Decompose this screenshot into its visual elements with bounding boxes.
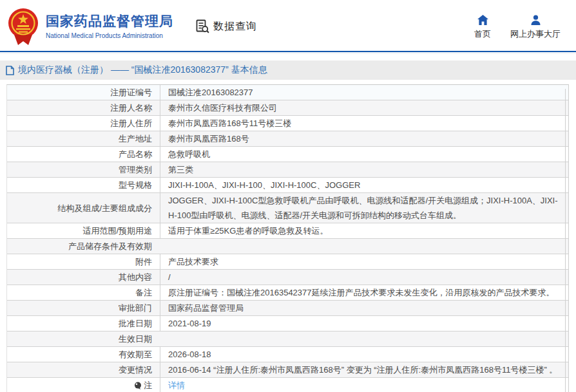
row-value — [160, 331, 568, 346]
data-query-label: 数据查询 — [213, 20, 257, 33]
home-icon — [477, 15, 488, 25]
registration-table-wrap: 注册证编号国械注准20163082377注册人名称泰州市久信医疗科技有限公司注册… — [0, 84, 576, 392]
row-value: 2021-08-19 — [160, 316, 568, 331]
row-label: 生产地址 — [7, 131, 160, 146]
row-value: JIXI-H-100A、JIXI-H-100、JIXI-H-100C、JOGGE… — [160, 178, 568, 192]
row-label: 审批部门 — [7, 301, 160, 315]
row-label: 注册证编号 — [7, 85, 160, 100]
breadcrumb: 境内医疗器械（注册） —— “国械注准20163082377” 基本信息 — [0, 61, 576, 80]
row-value: 国家药品监督管理局 — [160, 301, 568, 315]
org-title-block: 国家药品监督管理局 National Medical Products Admi… — [46, 12, 173, 39]
details-link[interactable]: 详情 — [168, 380, 185, 390]
table-row: 备注原注册证编号：国械注准20163542377延续注册产品技术要求未发生变化，… — [7, 285, 568, 301]
row-label: 注册人住所 — [7, 116, 160, 131]
row-value: 泰州市凤凰西路168号11号楼三楼 — [160, 116, 568, 131]
row-label: 结构及组成/主要组成成分 — [7, 193, 160, 223]
row-label: 变更情况 — [7, 362, 160, 377]
row-value: 适用于体重≥25KG患者的呼吸急救及转运。 — [160, 223, 568, 238]
row-label: 管理类别 — [7, 162, 160, 177]
table-row: 管理类别第三类 — [7, 162, 568, 178]
row-value: 2016-06-14 “注册人住所:泰州市凤凰西路168号” 变更为 “注册人住… — [160, 362, 568, 377]
table-row: 生效日期 — [7, 331, 568, 347]
document-icon — [6, 66, 14, 75]
data-query-section[interactable]: 数据查询 — [195, 19, 257, 34]
row-label: 产品名称 — [7, 147, 160, 162]
row-label: 其他内容 — [7, 270, 160, 285]
table-row: 有效期至2026-08-18 — [7, 347, 568, 362]
row-value: 泰州市久信医疗科技有限公司 — [160, 100, 568, 115]
row-value: 第三类 — [160, 162, 568, 177]
row-label: 注册人名称 — [7, 100, 160, 115]
table-row: 注册人名称泰州市久信医疗科技有限公司 — [7, 100, 568, 116]
row-label: 注 — [7, 378, 160, 392]
org-name-en: National Medical Products Administration — [46, 32, 173, 39]
row-label: 适用范围/预期用途 — [7, 223, 160, 238]
table-row: 附件产品技术要求 — [7, 254, 568, 270]
row-value: 产品技术要求 — [160, 254, 568, 269]
national-emblem-logo — [8, 6, 39, 46]
table-row: 产品储存条件及有效期 — [7, 239, 568, 254]
row-value — [160, 239, 568, 254]
row-label: 附件 — [7, 254, 160, 269]
nav-home-label: 首页 — [474, 28, 491, 40]
row-label: 批准日期 — [7, 316, 160, 331]
right-rule — [565, 89, 566, 392]
table-row: 产品名称急救呼吸机 — [7, 147, 568, 162]
data-query-icon — [195, 19, 210, 34]
page-header: 国家药品监督管理局 National Medical Products Admi… — [0, 0, 576, 51]
breadcrumb-text: 境内医疗器械（注册） —— “国械注准20163082377” 基本信息 — [18, 64, 267, 76]
row-value: 泰州市凤凰西路168号 — [160, 131, 568, 146]
row-value: 国械注准20163082377 — [160, 85, 568, 100]
row-label: 备注 — [7, 285, 160, 300]
row-value: 急救呼吸机 — [160, 147, 568, 162]
table-row: 其他内容/ — [7, 270, 568, 285]
nav-service-hall-label: 网上办事大厅 — [510, 28, 561, 40]
registration-table: 注册证编号国械注准20163082377注册人名称泰州市久信医疗科技有限公司注册… — [6, 84, 569, 392]
table-row: 批准日期2021-08-19 — [7, 316, 568, 331]
table-row: 注册证编号国械注准20163082377 — [7, 85, 568, 100]
table-row: 注册人住所泰州市凤凰西路168号11号楼三楼 — [7, 116, 568, 131]
row-value: 原注册证编号：国械注准20163542377延续注册产品技术要求未发生变化，沿用… — [160, 285, 568, 300]
row-label: 型号规格 — [7, 178, 160, 192]
table-row: 审批部门国家药品监督管理局 — [7, 301, 568, 316]
header-nav: 首页 网上办事大厅 — [474, 15, 561, 40]
row-value: 2026-08-18 — [160, 347, 568, 362]
table-row: 注详情 — [7, 378, 568, 392]
row-value: / — [160, 270, 568, 285]
nav-home[interactable]: 首页 — [474, 15, 491, 40]
header-divider-shadow — [0, 52, 576, 54]
table-row: 型号规格JIXI-H-100A、JIXI-H-100、JIXI-H-100C、J… — [7, 178, 568, 193]
row-value: JOGGER、JIXI-H-100C型急救呼吸机产品由呼吸机、电源线和适配器/开… — [160, 193, 568, 223]
table-row: 变更情况2016-06-14 “注册人住所:泰州市凤凰西路168号” 变更为 “… — [7, 362, 568, 378]
user-icon — [530, 15, 541, 25]
org-name-zh: 国家药品监督管理局 — [46, 12, 173, 30]
row-label: 生效日期 — [7, 331, 160, 346]
row-value: 详情 — [160, 378, 568, 392]
table-row: 结构及组成/主要组成成分JOGGER、JIXI-H-100C型急救呼吸机产品由呼… — [7, 193, 568, 223]
row-label: 有效期至 — [7, 347, 160, 362]
table-row: 生产地址泰州市凤凰西路168号 — [7, 131, 568, 147]
nav-service-hall[interactable]: 网上办事大厅 — [510, 15, 561, 40]
table-row: 适用范围/预期用途适用于体重≥25KG患者的呼吸急救及转运。 — [7, 223, 568, 239]
row-label: 产品储存条件及有效期 — [7, 239, 160, 254]
note-icon — [134, 382, 142, 389]
